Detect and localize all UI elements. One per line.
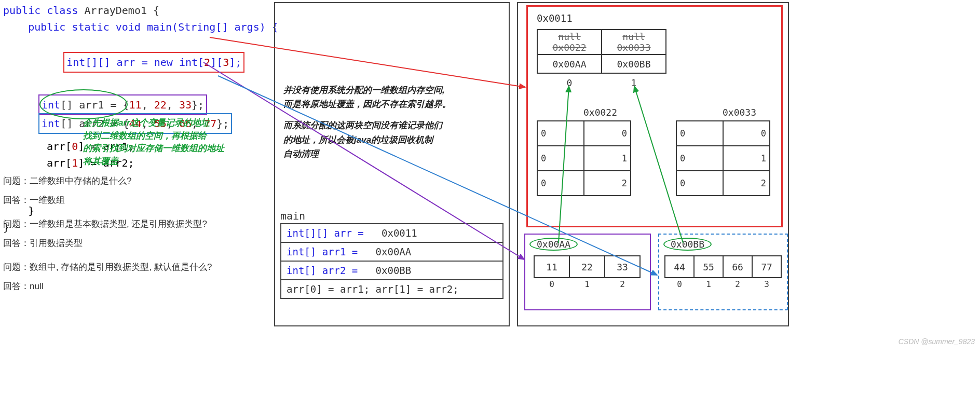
- array-aa-table: 11 22 33 0 1 2: [534, 255, 641, 290]
- a3: 回答：null: [3, 277, 212, 296]
- heap-explanation: 并没有使用系统分配的一维数组内存空间, 而是将原地址覆盖，因此不存在索引越界。 …: [283, 83, 501, 161]
- q2: 问题：一维数组是基本数据类型, 还是引用数据类型?: [3, 214, 212, 234]
- outer-cell-1: null 0x0033: [602, 30, 666, 54]
- outer-array-table: null 0x0022 null 0x0033 0x00AA 0x00BB 0 …: [537, 29, 666, 92]
- stack-row: int[][] arr = 0x0011: [281, 224, 502, 243]
- heap-addr-0022: 0x0022: [583, 107, 617, 118]
- cell: 66: [723, 256, 752, 278]
- index-label: 1: [569, 278, 605, 290]
- index-label: 1: [602, 73, 666, 92]
- q3: 问题：数组中, 存储的是引用数据类型, 默认值是什么?: [3, 257, 212, 277]
- heap-addr-00bb: 0x00BB: [663, 238, 712, 251]
- red-highlight-box: int[][] arr = new int[2][3];: [63, 52, 244, 73]
- outer-cell-1-new: 0x00BB: [602, 54, 666, 73]
- index-label: 0: [665, 278, 694, 290]
- code-line-main: public static void main(String[] args) {: [3, 19, 268, 35]
- stack-row: arr[0] = arr1; arr[1] = arr2;: [281, 280, 502, 298]
- sub-array-0022: 00 01 02: [537, 120, 631, 196]
- stack-frame-body: int[][] arr = 0x0011 int[] arr1 = 0x00AA…: [280, 223, 503, 299]
- cell: 55: [694, 256, 723, 278]
- index-label: 2: [723, 278, 752, 290]
- index-label: 0: [534, 278, 569, 290]
- outer-cell-0-new: 0x00AA: [537, 54, 602, 73]
- heap-addr-0011: 0x0011: [537, 12, 573, 24]
- green-annotation: 会先根据arr这个变量记录的地址 找到二维数组的空间，再根据给 的索引找到对应存…: [83, 117, 249, 168]
- cell: 33: [605, 256, 640, 278]
- watermark: CSDN @summer_9823: [899, 337, 975, 346]
- cell: 77: [752, 256, 781, 278]
- index-label: 0: [537, 73, 602, 92]
- qa-section: 问题：二维数组中存储的是什么? 回答：一维数组 问题：一维数组是基本数据类型, …: [3, 171, 212, 296]
- code-line-class: public class ArrayDemo1 {: [3, 2, 268, 19]
- array-bb-table: 44 55 66 77 0 1 2 3: [664, 255, 782, 290]
- heap-addr-0033: 0x0033: [723, 107, 756, 118]
- sub-array-0033: 00 01 02: [676, 120, 770, 196]
- green-ellipse: [39, 89, 128, 119]
- stack-frame-main: main int[][] arr = 0x0011 int[] arr1 = 0…: [280, 210, 503, 299]
- index-label: 1: [694, 278, 723, 290]
- a1: 回答：一维数组: [3, 190, 212, 210]
- stack-row: int[] arr1 = 0x00AA: [281, 243, 502, 262]
- q1: 问题：二维数组中存储的是什么?: [3, 171, 212, 190]
- heap-addr-00aa: 0x00AA: [529, 238, 578, 251]
- stack-row: int[] arr2 = 0x00BB: [281, 262, 502, 280]
- cell: 44: [665, 256, 694, 278]
- a2: 回答：引用数据类型: [3, 234, 212, 253]
- cell: 11: [534, 256, 569, 278]
- index-label: 3: [752, 278, 781, 290]
- outer-cell-0: null 0x0022: [537, 30, 602, 54]
- cell: 22: [569, 256, 605, 278]
- index-label: 2: [605, 278, 640, 290]
- code-line-new-array: int[][] arr = new int[2][3];: [38, 35, 268, 89]
- stack-frame-label: main: [280, 210, 503, 222]
